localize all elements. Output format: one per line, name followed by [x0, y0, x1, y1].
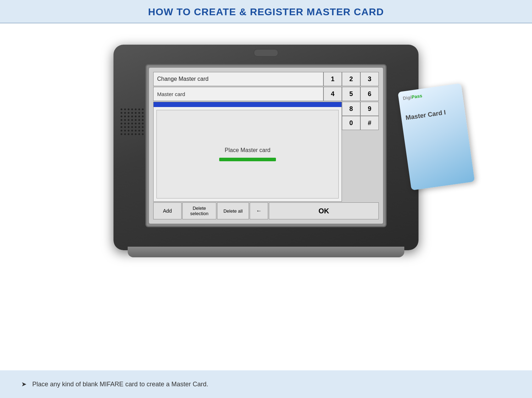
numpad-btn-3[interactable]: 3 — [360, 72, 379, 86]
numpad-btn-2[interactable]: 2 — [342, 72, 360, 86]
page-title: HOW TO CREATE & REGISTER MASTER CARD — [0, 6, 532, 18]
numpad-top-row: 1 2 3 — [323, 72, 379, 86]
ok-button[interactable]: OK — [269, 202, 379, 219]
screen-top-bar: Change Master card 1 2 3 — [153, 72, 379, 86]
numpad-btn-5[interactable]: 5 — [342, 87, 360, 101]
device-speaker — [121, 108, 148, 136]
right-numpad: 8 9 0 # — [342, 102, 379, 202]
numpad-mid-row: 4 5 6 — [323, 87, 379, 101]
digipass-card: DigiPass Master Card I — [398, 83, 475, 190]
device-body: Change Master card 1 2 3 Master card 4 5 — [113, 45, 419, 250]
numpad-btn-hash[interactable]: # — [360, 116, 379, 130]
device-screen: Change Master card 1 2 3 Master card 4 5 — [149, 68, 383, 224]
main-content: Change Master card 1 2 3 Master card 4 5 — [0, 23, 532, 257]
numpad-btn-4[interactable]: 4 — [323, 87, 342, 101]
logo-pass: Pass — [411, 93, 422, 100]
screen-bottom-row: Add Deleteselection Delete all ← OK — [153, 202, 379, 219]
screen-input-field: Master card — [153, 87, 323, 101]
delete-selection-button[interactable]: Deleteselection — [182, 202, 216, 219]
device-wrapper: Change Master card 1 2 3 Master card 4 5 — [113, 45, 419, 257]
add-button[interactable]: Add — [153, 202, 182, 219]
left-panel: Place Master card — [153, 102, 342, 202]
numpad-btn-6[interactable]: 6 — [360, 87, 379, 101]
green-progress — [219, 158, 276, 161]
device-base — [128, 247, 404, 257]
logo-digi: Digi — [403, 95, 412, 101]
bottom-arrow: ➤ — [21, 380, 27, 388]
screen-mid-bar: Master card 4 5 6 — [153, 87, 379, 101]
backspace-button[interactable]: ← — [250, 202, 268, 219]
screen-main-area: Place Master card 8 9 0 — [153, 102, 379, 202]
bottom-bar: ➤ Place any kind of blank MIFARE card to… — [0, 370, 532, 398]
blue-progress-bar — [154, 102, 342, 107]
place-card-text: Place Master card — [225, 147, 271, 153]
bottom-text: Place any kind of blank MIFARE card to c… — [32, 381, 208, 388]
numpad-btn-0[interactable]: 0 — [342, 116, 360, 130]
digipass-card-text: Master Card I — [405, 107, 461, 122]
delete-all-button[interactable]: Delete all — [217, 202, 249, 219]
page-header: HOW TO CREATE & REGISTER MASTER CARD — [0, 0, 532, 23]
place-card-box: Place Master card — [156, 110, 339, 198]
screen-title-field: Change Master card — [153, 72, 323, 86]
digipass-logo: DigiPass — [403, 88, 458, 101]
device-nub — [254, 49, 278, 57]
screen-ui: Change Master card 1 2 3 Master card 4 5 — [149, 68, 383, 224]
numpad-btn-1[interactable]: 1 — [323, 72, 342, 86]
numpad-btn-8[interactable]: 8 — [342, 102, 360, 116]
numpad-btn-9[interactable]: 9 — [360, 102, 379, 116]
